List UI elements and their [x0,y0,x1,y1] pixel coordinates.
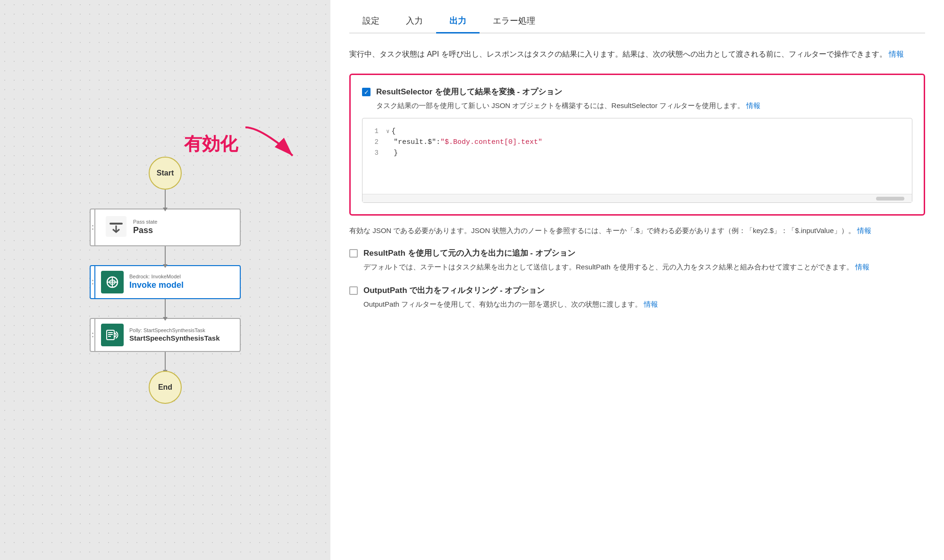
tab-output[interactable]: 出力 [436,9,480,33]
code-editor[interactable]: 1 ∨ { 2 "result.$" : "$.Body.content[0].… [362,118,912,203]
sub-info-link[interactable]: 情報 [857,226,871,234]
tab-bar: 設定 入力 出力 エラー処理 [349,0,925,33]
connector-1 [165,190,166,209]
pass-icon-container [106,216,126,239]
svg-rect-2 [110,223,123,225]
polly-icon [105,327,120,343]
tab-error[interactable]: エラー処理 [480,9,548,33]
tab-input[interactable]: 入力 [393,9,436,33]
output-description: 実行中、タスク状態は API を呼び出し、レスポンスはタスクの結果に入ります。結… [349,48,925,60]
end-node[interactable]: End [149,371,182,404]
invoke-node[interactable]: Bedrock: InvokeModel Invoke model [90,265,241,299]
start-node[interactable]: Start [149,157,182,190]
result-path-row: ResultPath を使用して元の入力を出力に追加 - オプション デフォルト… [349,248,925,273]
pass-drag-handle [91,209,95,245]
annotation-arrow [241,123,297,160]
code-line-2: 2 "result.$" : "$.Body.content[0].text" [362,137,912,148]
pass-node[interactable]: Pass state Pass [90,209,241,246]
result-selector-info-link[interactable]: 情報 [746,101,760,109]
polly-icon-box [101,324,124,346]
output-path-info-link[interactable]: 情報 [644,300,658,308]
annotation-label: 有効化 [184,132,238,156]
result-selector-section: ✓ ResultSelector を使用して結果を変換 - オプション タスク結… [349,74,925,216]
result-selector-title: ResultSelector を使用して結果を変換 - オプション [376,86,760,97]
code-line-3: 3 } [362,148,912,159]
result-path-content: ResultPath を使用して元の入力を出力に追加 - オプション デフォルト… [363,248,869,273]
pass-text: Pass state Pass [133,219,157,235]
sub-description: 有効な JSON である必要があります。JSON 状態入力のノートを参照するには… [349,225,925,236]
right-panel: 設定 入力 出力 エラー処理 実行中、タスク状態は API を呼び出し、レスポン… [330,0,944,560]
result-path-title: ResultPath を使用して元の入力を出力に追加 - オプション [363,248,869,259]
code-line-1: 1 ∨ { [362,126,912,137]
result-selector-row: ✓ ResultSelector を使用して結果を変換 - オプション タスク結… [362,86,912,111]
connector-4 [165,352,166,371]
output-path-desc: OutputPath フィルターを使用して、有効な出力の一部を選択し、次の状態に… [363,299,658,310]
output-path-checkbox[interactable] [349,286,358,295]
flow-diagram-panel: 有効化 Start [0,0,330,560]
output-path-content: OutputPath で出力をフィルタリング - オプション OutputPat… [363,285,658,310]
scrollbar-thumb [876,197,904,201]
code-content: 1 ∨ { 2 "result.$" : "$.Body.content[0].… [362,118,912,194]
flow-diagram: Start Pass state Pass [90,157,241,404]
invoke-icon-box [101,271,124,293]
connector-2 [165,246,166,265]
pass-icon [106,216,126,237]
connector-3 [165,299,166,318]
result-selector-desc: タスク結果の一部を使用して新しい JSON オブジェクトを構築するには、Resu… [376,100,760,111]
tab-settings[interactable]: 設定 [349,9,393,33]
output-path-section: OutputPath で出力をフィルタリング - オプション OutputPat… [349,285,925,310]
code-scrollbar[interactable] [362,194,912,202]
invoke-text: Bedrock: InvokeModel Invoke model [129,274,234,290]
output-path-row: OutputPath で出力をフィルタリング - オプション OutputPat… [349,285,925,310]
polly-drag-handle [91,319,95,351]
polly-node[interactable]: Polly: StartSpeechSynthesisTask StartSpe… [90,318,241,352]
result-selector-checkbox[interactable]: ✓ [362,88,371,96]
output-path-title: OutputPath で出力をフィルタリング - オプション [363,285,658,296]
result-selector-content: ResultSelector を使用して結果を変換 - オプション タスク結果の… [376,86,760,111]
result-path-section: ResultPath を使用して元の入力を出力に追加 - オプション デフォルト… [349,248,925,273]
invoke-icon [105,275,120,290]
info-link-1[interactable]: 情報 [889,50,904,58]
invoke-drag-handle [91,266,95,298]
result-path-desc: デフォルトでは、ステートはタスク結果を出力として送信します。ResultPath… [363,261,869,273]
result-path-info-link[interactable]: 情報 [855,263,869,271]
result-path-checkbox[interactable] [349,249,358,258]
polly-text: Polly: StartSpeechSynthesisTask StartSpe… [129,327,234,342]
